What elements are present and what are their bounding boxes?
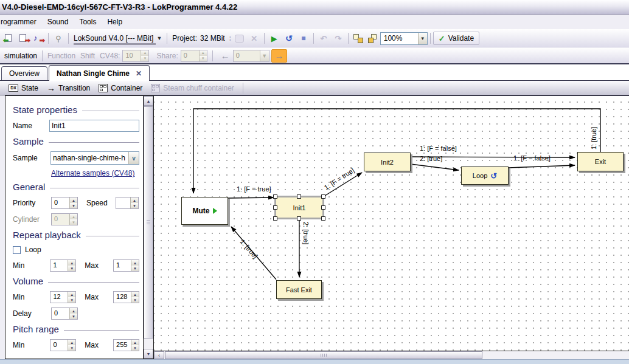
resize-handle[interactable] <box>321 194 325 199</box>
menu-tools[interactable]: Tools <box>74 16 102 28</box>
project-size-label: Project: 32 MBit <box>170 33 227 44</box>
state-node-init2[interactable]: Init2 <box>364 153 411 171</box>
state-node-loop[interactable]: Loop ↺ <box>461 167 509 185</box>
spin-up-icon: ▲ <box>70 197 77 203</box>
spinner-buttons[interactable]: ▲▼ <box>68 340 75 351</box>
spinner-buttons[interactable]: ▲▼ <box>131 292 139 303</box>
state-diagram-canvas[interactable]: 1: [F = true] 1: [F = true] 2: [true] 1:… <box>154 96 629 351</box>
repeat-max-spinner[interactable]: 1 ▲▼ <box>113 259 139 272</box>
resize-handle[interactable] <box>321 205 325 210</box>
state-node-init1[interactable]: Init1 <box>274 196 324 219</box>
spinner-buttons[interactable]: ▲▼ <box>69 308 77 319</box>
transition-label: 1: [true] <box>590 127 597 149</box>
spin-down-icon: ▼ <box>131 266 139 271</box>
resize-handle[interactable] <box>297 216 301 221</box>
play-button[interactable]: ▶ <box>267 32 282 45</box>
add-state-button[interactable]: DX State <box>6 83 41 94</box>
resize-handle[interactable] <box>321 216 325 221</box>
step-forward-button[interactable]: → <box>271 49 287 63</box>
volume-max-label: Max <box>85 293 113 301</box>
close-tab-icon[interactable]: ✕ <box>136 69 142 78</box>
section-repeat-playback: Repeat playback <box>13 230 139 240</box>
section-pitch-range: Pitch range <box>13 324 139 334</box>
zoom-out-button[interactable] <box>366 32 380 45</box>
menu-help[interactable]: Help <box>102 16 128 28</box>
volume-max-spinner[interactable]: 128 ▲▼ <box>113 291 139 303</box>
spinner-buttons[interactable]: ▲▼ <box>130 197 138 208</box>
state-node-mute[interactable]: Mute <box>181 197 228 225</box>
resize-handle[interactable] <box>273 194 277 199</box>
simulation-toolbar: simulation Function Shift CV48: 10 ▲▼ Sh… <box>0 47 629 63</box>
undo-button: ↶ <box>316 32 331 45</box>
scrollbar-thumb[interactable] <box>165 351 482 359</box>
toolbar-separator <box>212 50 213 61</box>
priority-spinner[interactable]: 0 ▲▼ <box>51 197 78 209</box>
spinner-buttons[interactable]: ▲▼ <box>68 292 75 303</box>
volume-min-spinner[interactable]: 12 ▲▼ <box>50 291 76 303</box>
resize-handle[interactable] <box>297 194 301 199</box>
zoom-level-dropdown[interactable]: 100% ▼ <box>380 32 428 45</box>
scroll-up-button[interactable]: ▲ <box>144 96 153 106</box>
sample-dropdown[interactable]: nathan-single-chime-h v <box>50 151 139 165</box>
decoder-type-dropdown[interactable]: LokSound V4.0 [--- MBit] ▼ <box>71 33 164 44</box>
spin-down-icon: ▼ <box>131 345 139 351</box>
priority-label: Priority <box>13 199 51 207</box>
validate-button[interactable]: ✓ Validate <box>433 32 479 45</box>
step-back-icon[interactable]: ← <box>218 50 233 61</box>
menu-programmer[interactable]: rogrammer <box>0 16 42 28</box>
pitch-max-spinner[interactable]: 255 ▲▼ <box>113 339 139 351</box>
export-file-button[interactable]: ➡ <box>16 32 31 45</box>
arrow-right-icon: → <box>47 83 55 93</box>
toolbar-separator <box>313 33 314 44</box>
scrollbar-thumb[interactable] <box>144 106 153 338</box>
scroll-left-button[interactable]: ‹ <box>154 351 164 359</box>
transition-exit-to-mute[interactable] <box>193 109 600 193</box>
canvas-horizontal-scrollbar[interactable]: ‹ <box>154 351 629 359</box>
resize-handle[interactable] <box>273 216 277 221</box>
delay-spinner[interactable]: 0 ▲▼ <box>51 307 78 320</box>
scroll-down-button[interactable]: ▼ <box>144 349 153 359</box>
spinner-buttons[interactable]: ▲▼ <box>68 260 75 271</box>
menu-sound[interactable]: Sound <box>42 16 74 28</box>
add-container-button[interactable]: Container <box>96 83 145 94</box>
speed-spinner[interactable]: ▲▼ <box>116 197 139 209</box>
zoom-in-button[interactable] <box>351 32 366 45</box>
resize-handle[interactable] <box>273 205 277 210</box>
open-file-button[interactable]: ⬅ <box>2 32 16 45</box>
loop-play-button[interactable]: ↺ <box>282 32 296 45</box>
container-icon <box>99 84 108 92</box>
loop-checkbox[interactable] <box>13 246 21 254</box>
repeat-min-spinner[interactable]: 1 ▲▼ <box>50 259 76 272</box>
state-node-exit[interactable]: Exit <box>577 152 624 171</box>
simulation-label: simulation <box>2 50 40 61</box>
spinner-buttons[interactable]: ▲▼ <box>131 340 139 351</box>
panel-scrollbar[interactable]: ▲ ▼ <box>143 96 153 359</box>
tab-nathan-single-chime[interactable]: Nathan Single Chime ✕ <box>49 65 150 81</box>
programmer-connect-button[interactable]: ⚲ <box>51 32 66 45</box>
transition-mute-to-init1[interactable] <box>228 197 274 198</box>
transition-label: 1: [F = true] <box>237 185 271 193</box>
speed-label: Speed <box>86 199 116 207</box>
transition-init2-to-loop[interactable] <box>411 164 459 170</box>
stop-icon: ■ <box>301 34 305 43</box>
spinner-buttons[interactable]: ▲▼ <box>69 197 77 208</box>
transition-loop-to-exit[interactable] <box>509 165 575 168</box>
chevron-down-icon: ▼ <box>156 35 162 41</box>
spinner-buttons[interactable]: ▲▼ <box>131 260 139 271</box>
name-input[interactable] <box>49 120 139 132</box>
share-label: Share: <box>154 50 180 61</box>
title-bar: V4.0-Diesel-EMD-16cyl-567C-FT-V3-R3 - Lo… <box>0 0 629 15</box>
pitch-min-spinner[interactable]: 0 ▲▼ <box>50 339 76 351</box>
write-decoder-button <box>232 32 247 45</box>
stop-button[interactable]: ■ <box>296 32 311 45</box>
add-transition-button[interactable]: → Transition <box>44 82 92 94</box>
chevron-down-icon: ▼ <box>147 352 151 356</box>
state-icon: DX <box>9 84 18 92</box>
state-node-fast-exit[interactable]: Fast Exit <box>276 280 322 299</box>
layers-alt-icon <box>368 34 378 43</box>
cable-icon: ⚲ <box>55 34 61 43</box>
tab-overview[interactable]: Overview <box>1 66 47 80</box>
spin-up-icon: ▲ <box>141 50 148 56</box>
export-sound-button[interactable]: ♪➡ <box>31 32 46 45</box>
alternate-samples-link[interactable]: Alternate samples (CV48) <box>51 169 134 177</box>
